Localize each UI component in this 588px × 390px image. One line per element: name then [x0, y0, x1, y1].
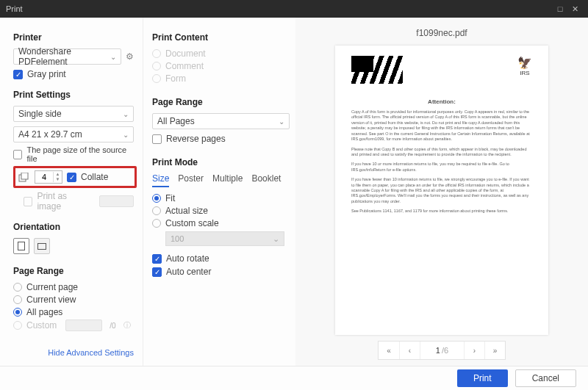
- irs-logo: 🦅 IRS: [517, 56, 532, 76]
- pager-next[interactable]: ›: [464, 342, 484, 359]
- window-title: Print: [6, 4, 23, 13]
- print-content-heading: Print Content: [152, 32, 290, 43]
- titlebar: Print □ ✕: [0, 0, 588, 18]
- chevron-down-icon: ⌄: [123, 131, 129, 139]
- page-range-value: All Pages: [157, 116, 195, 126]
- cancel-button[interactable]: Cancel: [515, 369, 576, 387]
- chevron-down-icon: ⌄: [279, 118, 284, 126]
- doc-para-5: See Publications 1141, 1167, and 1179 fo…: [351, 209, 532, 214]
- mode-actual-size[interactable]: Actual size: [152, 206, 290, 216]
- chevron-down-icon: ⌄: [273, 234, 279, 244]
- gray-print-label: Gray print: [27, 69, 66, 79]
- doc-para-2: Please note that Copy B and other copies…: [351, 147, 532, 158]
- printer-heading: Printer: [13, 32, 134, 43]
- chevron-down-icon: ⌄: [123, 110, 129, 118]
- printer-value: Wondershare PDFelement: [18, 46, 110, 67]
- pager-last[interactable]: »: [484, 342, 505, 359]
- dialog-footer: Print Cancel: [0, 366, 588, 390]
- collate-label: Collate: [81, 172, 108, 182]
- tab-booklet[interactable]: Booklet: [251, 173, 281, 187]
- copies-input[interactable]: [35, 173, 53, 181]
- paper-select[interactable]: A4 21 x 29.7 cm⌄: [13, 126, 134, 142]
- copies-icon: [18, 172, 30, 182]
- custom-range-total: /0: [110, 322, 115, 330]
- orientation-heading: Orientation: [13, 222, 134, 232]
- copies-spinner[interactable]: ▲▼: [35, 170, 62, 184]
- print-as-image-label: Print as image: [37, 191, 90, 212]
- doc-attention: Attention:: [351, 98, 532, 105]
- page-range-heading: Page Range: [13, 266, 134, 276]
- pager-first[interactable]: «: [379, 342, 399, 359]
- reverse-pages-checkbox[interactable]: ✓Reverse pages: [152, 134, 290, 144]
- auto-rotate-checkbox[interactable]: ✓Auto rotate: [152, 253, 290, 264]
- print-button[interactable]: Print: [457, 369, 508, 387]
- content-comment: Comment: [152, 61, 290, 71]
- custom-scale-input: 100⌄: [165, 231, 284, 246]
- pager-current: 1 /6: [420, 342, 464, 359]
- maximize-icon[interactable]: □: [553, 4, 567, 13]
- range-current-page[interactable]: Current page: [13, 282, 134, 292]
- orientation-portrait[interactable]: [13, 238, 29, 254]
- gray-print-checkbox[interactable]: ✓Gray print: [13, 69, 134, 79]
- paper-value: A4 21 x 29.7 cm: [18, 129, 82, 140]
- pager-prev[interactable]: ‹: [399, 342, 420, 359]
- source-size-label: The page size of the source file: [26, 145, 134, 163]
- eagle-icon: 🦅: [517, 56, 532, 70]
- copies-group: ▲▼ ✓Collate: [13, 166, 137, 188]
- printer-select[interactable]: Wondershare PDFelement ⌄: [13, 48, 121, 65]
- sides-select[interactable]: Single side⌄: [13, 106, 134, 122]
- source-size-checkbox[interactable]: ✓The page size of the source file: [13, 145, 134, 163]
- svg-rect-1: [21, 173, 28, 179]
- range-all-pages[interactable]: All pages: [13, 307, 134, 317]
- tab-poster[interactable]: Poster: [178, 173, 204, 187]
- content-document: Document: [152, 48, 290, 59]
- mode-fit[interactable]: Fit: [152, 193, 290, 203]
- orientation-landscape[interactable]: [34, 238, 50, 254]
- page-range-select[interactable]: All Pages⌄: [152, 113, 290, 129]
- flag-stripes-icon: [351, 56, 403, 84]
- doc-para-3: If you have 10 or more information retur…: [351, 162, 532, 173]
- custom-range-input: [65, 319, 102, 331]
- close-icon[interactable]: ✕: [567, 4, 582, 14]
- spinner-up-icon[interactable]: ▲: [54, 172, 62, 177]
- mode-custom-scale[interactable]: Custom scale: [152, 218, 290, 228]
- doc-para-4: If you have fewer than 10 information re…: [351, 177, 532, 204]
- content-form: Form: [152, 73, 290, 84]
- sides-value: Single side: [18, 109, 62, 119]
- auto-center-checkbox[interactable]: ✓Auto center: [152, 267, 290, 277]
- doc-para-1: Copy A of this form is provided for info…: [351, 109, 532, 142]
- preview-filename: f1099nec.pdf: [416, 28, 467, 38]
- print-as-image-checkbox: ✓Print as image: [24, 191, 134, 212]
- range-custom[interactable]: Custom /0 ⓘ: [13, 319, 134, 331]
- preview-page: 🦅 IRS Attention: Copy A of this form is …: [335, 46, 548, 335]
- collate-checkbox[interactable]: ✓Collate: [67, 172, 108, 182]
- chevron-down-icon: ⌄: [110, 53, 116, 61]
- spinner-down-icon[interactable]: ▼: [54, 177, 62, 182]
- tab-multiple[interactable]: Multiple: [212, 173, 243, 187]
- range-current-view[interactable]: Current view: [13, 295, 134, 305]
- print-mode-heading: Print Mode: [152, 157, 290, 167]
- hide-advanced-link[interactable]: Hide Advanced Settings: [48, 348, 134, 357]
- print-settings-heading: Print Settings: [13, 90, 134, 100]
- print-as-image-dpi: [99, 195, 134, 207]
- preview-pager: « ‹ 1 /6 › »: [378, 341, 506, 360]
- printer-settings-icon[interactable]: ⚙: [126, 51, 134, 62]
- tab-size[interactable]: Size: [152, 173, 169, 187]
- mid-page-range-heading: Page Range: [152, 97, 290, 107]
- info-icon[interactable]: ⓘ: [123, 320, 131, 331]
